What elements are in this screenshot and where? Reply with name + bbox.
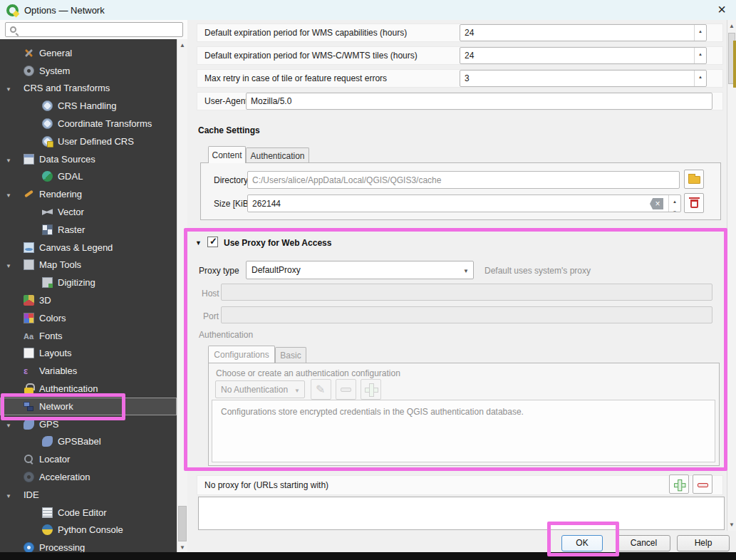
sidebar-item-crs-and-transforms[interactable]: CRS and Transforms (0, 80, 177, 98)
auth-note-text: Configurations store encrypted credentia… (221, 407, 524, 417)
cache-settings-title: Cache Settings (198, 125, 260, 135)
clear-icon[interactable] (650, 198, 663, 209)
sidebar-scrollbar[interactable] (177, 39, 187, 552)
wmts-tiles-spinbox[interactable]: 24 (460, 47, 707, 64)
sidebar-item-acceleration[interactable]: Acceleration (0, 468, 177, 486)
tab-content[interactable]: Content (208, 146, 246, 163)
sidebar-item-system[interactable]: System (0, 62, 177, 80)
sidebar-item-digitizing[interactable]: Digitizing (0, 274, 177, 291)
sidebar-item-gpsbabel[interactable]: GPSBabel (0, 433, 177, 451)
sidebar-item-fonts[interactable]: Fonts (0, 327, 177, 345)
sidebar-item-layouts[interactable]: Layouts (0, 345, 177, 363)
cache-size-spinbox[interactable]: 262144 (247, 195, 681, 212)
sidebar-item-label: Acceleration (39, 472, 90, 482)
main-scrollbar[interactable] (727, 20, 736, 531)
gdal-icon (42, 171, 53, 182)
proxy-type-dropdown[interactable]: DefaultProxy (246, 261, 474, 279)
expand-arrow-icon[interactable] (6, 154, 24, 165)
add-auth-button[interactable] (361, 379, 381, 400)
sidebar-item-python-console[interactable]: Python Console (0, 522, 177, 539)
choose-auth-label: Choose or create an authentication confi… (216, 368, 400, 378)
tab-basic[interactable]: Basic (275, 347, 306, 363)
sidebar-item-coordinate-transforms[interactable]: Coordinate Transforms (0, 115, 177, 133)
expand-arrow-icon[interactable] (6, 489, 24, 500)
edit-auth-button[interactable] (311, 379, 331, 400)
sidebar-item-code-editor[interactable]: Code Editor (0, 504, 177, 522)
sidebar-item-general[interactable]: General (0, 44, 177, 62)
auth-config-dropdown[interactable]: No Authentication (215, 380, 305, 398)
sidebar-item-label: Data Sources (39, 154, 95, 165)
expand-arrow-icon[interactable] (6, 189, 24, 199)
sidebar-scrollbar-thumb[interactable] (178, 506, 187, 541)
sidebar-item-gps[interactable]: GPS (0, 415, 177, 433)
sidebar-item-rendering[interactable]: Rendering (0, 185, 177, 203)
browse-folder-button[interactable] (684, 170, 704, 189)
ok-button[interactable]: OK (561, 535, 603, 551)
help-button[interactable]: Help (677, 535, 730, 551)
sidebar-item-user-defined-crs[interactable]: User Defined CRS (0, 133, 177, 150)
cache-directory-input[interactable]: C:/Users/alice/AppData/Local/QGIS/QGIS3/… (247, 171, 680, 189)
settings-panel: Default expiration period for WMS capabi… (187, 20, 727, 531)
tab-authentication[interactable]: Authentication (246, 147, 309, 163)
sidebar-item-vector[interactable]: Vector (0, 203, 177, 221)
auth-note-box: Configurations store encrypted credentia… (212, 400, 715, 462)
add-url-button[interactable] (669, 475, 689, 494)
max-retry-spinbox[interactable]: 3 (460, 70, 707, 87)
scroll-up-icon[interactable] (177, 39, 187, 50)
wms-capabilities-spinbox[interactable]: 24 (460, 24, 707, 41)
use-proxy-checkbox[interactable] (207, 237, 218, 247)
variables-icon (24, 365, 34, 376)
sidebar-item-map-tools[interactable]: Map Tools (0, 256, 177, 274)
sidebar-item-authentication[interactable]: Authentication (0, 380, 177, 398)
sidebar-item-raster[interactable]: Raster (0, 221, 177, 239)
sidebar-item-ide[interactable]: IDE (0, 486, 177, 504)
search-input[interactable] (5, 22, 183, 37)
sidebar-item-label: Python Console (58, 524, 123, 535)
sidebar-item-crs-handling[interactable]: CRS Handling (0, 97, 177, 115)
clear-cache-button[interactable] (684, 193, 704, 213)
expand-arrow-icon[interactable] (6, 83, 24, 93)
wmts-tiles-label: Default expiration period for WMS-C/WMTS… (204, 51, 418, 61)
scroll-down-icon[interactable] (177, 541, 187, 552)
proxy-type-hint: Default uses system's proxy (484, 266, 591, 276)
spin-buttons[interactable] (668, 195, 680, 212)
remove-url-button[interactable] (693, 475, 712, 494)
sidebar-item-locator[interactable]: Locator (0, 450, 177, 468)
cancel-button[interactable]: Cancel (617, 535, 670, 551)
spin-buttons[interactable] (694, 25, 706, 41)
sidebar-item-label: System (39, 66, 70, 76)
scroll-up-icon[interactable] (727, 20, 736, 31)
collapse-triangle-icon[interactable] (195, 237, 202, 247)
tab-configurations[interactable]: Configurations (208, 346, 275, 363)
port-input[interactable] (221, 306, 712, 323)
three-d-icon (24, 295, 34, 306)
close-icon[interactable] (712, 0, 732, 20)
sidebar-item-data-sources[interactable]: Data Sources (0, 150, 177, 168)
expand-arrow-icon[interactable] (6, 419, 24, 430)
sidebar-item-canvas-legend[interactable]: Canvas & Legend (0, 239, 177, 256)
user-agent-input[interactable]: Mozilla/5.0 (246, 93, 712, 110)
no-proxy-urls-list[interactable] (198, 497, 725, 530)
sidebar-item-3d[interactable]: 3D (0, 291, 177, 309)
sidebar-item-label: Map Tools (39, 259, 81, 270)
remove-auth-button[interactable] (336, 379, 356, 400)
sidebar-item-colors[interactable]: Colors (0, 309, 177, 327)
expand-arrow-icon[interactable] (6, 259, 24, 270)
spin-down-icon (695, 36, 706, 41)
sidebar-item-network[interactable]: Network (0, 398, 177, 415)
sidebar-item-variables[interactable]: Variables (0, 362, 177, 380)
host-input[interactable] (221, 284, 712, 301)
port-label: Port (203, 311, 219, 321)
code-editor-icon (42, 507, 53, 518)
spin-buttons[interactable] (694, 71, 706, 86)
spin-buttons[interactable] (694, 48, 706, 63)
wms-capabilities-label: Default expiration period for WMS capabi… (204, 28, 407, 38)
scroll-down-icon[interactable] (727, 519, 736, 529)
plus-icon (671, 477, 687, 492)
sidebar-item-gdal[interactable]: GDAL (0, 168, 177, 186)
sidebar-item-processing[interactable]: Processing (0, 539, 177, 552)
qgis-logo-icon (6, 4, 19, 16)
canvas-legend-icon (24, 242, 34, 253)
desktop-edge-artifact (733, 41, 736, 88)
sidebar-item-label: GPSBabel (58, 436, 101, 447)
